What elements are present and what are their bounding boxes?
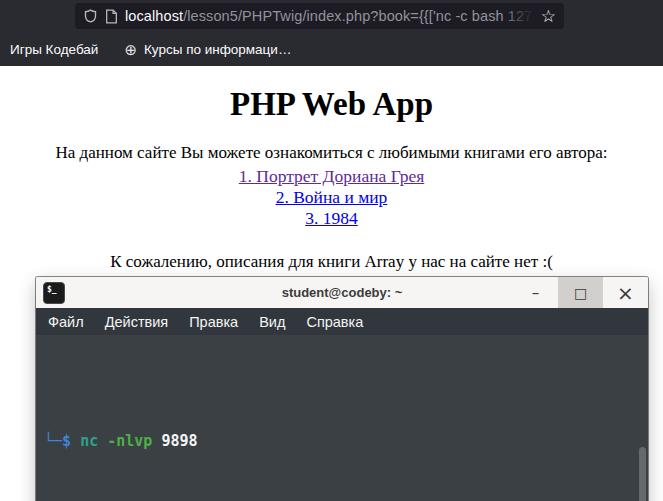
maximize-button[interactable]: □ xyxy=(558,277,603,308)
menu-item-edit[interactable]: Правка xyxy=(189,314,238,330)
page-title: PHP Web App xyxy=(0,86,663,123)
prompt-command: nc xyxy=(80,432,98,450)
book-link-dorian-gray[interactable]: 1. Портрет Дориана Грея xyxy=(0,166,663,187)
prompt-arg: 9898 xyxy=(152,432,197,450)
terminal-prompt-line: └─$ nc -nlvp 9898 xyxy=(44,430,648,453)
menu-item-view[interactable]: Вид xyxy=(259,314,285,330)
browser-toolbar: localhost/lesson5/PHPTwig/index.php?book… xyxy=(0,0,663,32)
browser-chrome: localhost/lesson5/PHPTwig/index.php?book… xyxy=(0,0,663,66)
shield-icon[interactable] xyxy=(83,8,98,24)
intro-text: На данном сайте Вы можете ознакомиться с… xyxy=(0,143,663,163)
menu-item-file[interactable]: Файл xyxy=(48,314,84,330)
globe-icon: ⊕ xyxy=(124,42,137,57)
terminal-output[interactable]: ┌──(student㉿codeby)-[~] └─$ nc -nlvp 989… xyxy=(36,335,648,501)
book-link-1984[interactable]: 3. 1984 xyxy=(0,208,663,229)
url-path: /lesson5/PHPTwig/index.php?book={{['nc -… xyxy=(183,8,534,24)
url-bar[interactable]: localhost/lesson5/PHPTwig/index.php?book… xyxy=(75,3,564,29)
note-text: К сожалению, описания для книги Array у … xyxy=(0,252,663,272)
bookmarks-bar: Игры Кодебай ⊕ Курсы по информаци… xyxy=(0,32,663,66)
minimize-button[interactable]: – xyxy=(513,277,558,308)
bookmark-star-icon[interactable]: ☆ xyxy=(541,8,556,25)
window-buttons: – □ × xyxy=(513,277,648,308)
book-link-war-and-peace[interactable]: 2. Война и мир xyxy=(0,187,663,208)
close-button[interactable]: × xyxy=(603,277,648,308)
terminal-scrollbar[interactable] xyxy=(639,447,646,501)
bookmark-item-games[interactable]: Игры Кодебай xyxy=(10,42,98,57)
terminal-line: listening on [any] 9898 ... xyxy=(44,498,648,501)
terminal-window: $_ student@codeby: ~ – □ × Файл Действия… xyxy=(36,277,648,501)
url-text[interactable]: localhost/lesson5/PHPTwig/index.php?book… xyxy=(125,8,534,24)
page-info-icon[interactable] xyxy=(105,9,118,24)
bookmark-label: Игры Кодебай xyxy=(10,42,98,57)
prompt-flags: -nlvp xyxy=(98,432,152,450)
menu-item-help[interactable]: Справка xyxy=(306,314,363,330)
prompt-symbol: └─$ xyxy=(44,432,80,450)
web-page-content: PHP Web App На данном сайте Вы можете оз… xyxy=(0,86,663,272)
url-host: localhost xyxy=(125,8,183,24)
bookmark-label: Курсы по информаци… xyxy=(144,42,291,57)
terminal-app-icon: $_ xyxy=(43,282,65,304)
terminal-menubar: Файл Действия Правка Вид Справка xyxy=(36,308,648,335)
terminal-line-clipped: ┌──(student㉿codeby)-[~] xyxy=(44,380,648,385)
terminal-titlebar[interactable]: $_ student@codeby: ~ – □ × xyxy=(36,277,648,308)
book-links: 1. Портрет Дориана Грея 2. Война и мир 3… xyxy=(0,166,663,229)
menu-item-actions[interactable]: Действия xyxy=(105,314,169,330)
bookmark-item-courses[interactable]: ⊕ Курсы по информаци… xyxy=(124,42,291,57)
